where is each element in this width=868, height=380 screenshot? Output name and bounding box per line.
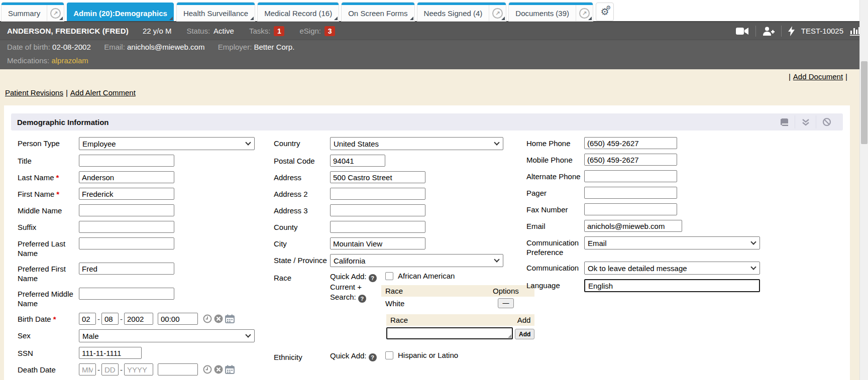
state-province-select[interactable]: California bbox=[330, 254, 503, 267]
title-input[interactable] bbox=[79, 155, 174, 167]
death-month-input[interactable] bbox=[79, 363, 96, 375]
medications-label: Medications: bbox=[7, 56, 49, 65]
address-3-input[interactable] bbox=[330, 204, 425, 216]
communication-label: Communication bbox=[526, 262, 584, 275]
scrollbar-thumb[interactable] bbox=[861, 61, 867, 144]
communication-select[interactable]: Ok to leave detailed message bbox=[584, 262, 760, 275]
person-type-label: Person Type bbox=[18, 137, 79, 150]
county-input[interactable] bbox=[330, 221, 425, 233]
field-address-2: Address 2 bbox=[274, 188, 526, 200]
county-label: County bbox=[274, 221, 330, 233]
death-time-input[interactable] bbox=[158, 363, 198, 375]
sex-select[interactable]: Male bbox=[79, 329, 255, 342]
add-person-icon[interactable] bbox=[763, 26, 775, 36]
birth-time-input[interactable] bbox=[158, 313, 198, 325]
mobile-phone-input[interactable] bbox=[584, 154, 677, 166]
country-select[interactable]: United States bbox=[330, 137, 503, 150]
alternate-phone-input[interactable] bbox=[584, 170, 677, 182]
tab-needs-signed-external-button[interactable]: ↗ bbox=[489, 5, 506, 21]
communication-preference-select[interactable]: Email bbox=[584, 236, 760, 249]
remove-race-button[interactable]: — bbox=[498, 298, 514, 308]
journal-book-icon[interactable] bbox=[774, 115, 795, 129]
email-value: anichols@mieweb.com bbox=[127, 43, 204, 51]
preferred-middle-name-input[interactable] bbox=[79, 288, 174, 300]
communication-preference-value: Email bbox=[588, 239, 607, 247]
employer-value: Better Corp. bbox=[254, 43, 295, 51]
patient-revisions-link[interactable]: Patient Revisions bbox=[5, 88, 63, 97]
address-2-input[interactable] bbox=[330, 188, 425, 200]
person-type-select[interactable]: Employee bbox=[79, 137, 255, 150]
clear-date-x-icon[interactable] bbox=[214, 314, 223, 323]
race-search-input[interactable] bbox=[386, 327, 513, 339]
postal-code-input[interactable] bbox=[330, 155, 385, 167]
ssn-input[interactable] bbox=[79, 347, 142, 359]
patient-header-row-3: Medications: alprazolam bbox=[0, 54, 868, 69]
help-icon[interactable]: ? bbox=[369, 353, 377, 361]
tab-medical-record[interactable]: Medical Record (16) bbox=[258, 3, 339, 21]
field-sex: Sex Male bbox=[18, 329, 274, 342]
calendar-icon[interactable] bbox=[225, 314, 235, 323]
pipe: | bbox=[789, 72, 791, 81]
field-postal-code: Postal Code bbox=[274, 155, 526, 167]
field-mobile-phone: Mobile Phone bbox=[526, 154, 843, 166]
country-value: United States bbox=[334, 140, 379, 148]
pager-input[interactable] bbox=[584, 187, 677, 199]
african-american-label: African American bbox=[398, 272, 455, 280]
add-alert-comment-link[interactable]: Add Alert Comment bbox=[70, 88, 136, 97]
race-quick-add: Quick Add: ? Current + Search: ? bbox=[330, 272, 380, 344]
preferred-first-name-input[interactable] bbox=[79, 263, 174, 275]
home-phone-input[interactable] bbox=[584, 137, 677, 149]
death-day-input[interactable] bbox=[101, 363, 119, 375]
hispanic-latino-checkbox[interactable] bbox=[385, 351, 393, 359]
lightning-bolt-icon[interactable] bbox=[788, 26, 795, 36]
tab-summary-label: Summary bbox=[2, 5, 47, 21]
external-link-icon: ↗ bbox=[50, 8, 61, 19]
preferred-last-name-input[interactable] bbox=[79, 237, 174, 249]
email-input[interactable] bbox=[584, 220, 682, 232]
death-year-input[interactable] bbox=[124, 363, 153, 375]
field-country: Country United States bbox=[274, 137, 526, 150]
race-row-value: White bbox=[381, 297, 477, 310]
collapse-double-chevron-icon[interactable] bbox=[795, 115, 816, 129]
email-label: Email: bbox=[104, 43, 125, 51]
middle-name-input[interactable] bbox=[79, 204, 174, 216]
city-input[interactable] bbox=[330, 237, 425, 249]
esign-count-badge[interactable]: 3 bbox=[324, 26, 335, 36]
language-select[interactable]: English bbox=[584, 279, 760, 292]
video-camera-icon[interactable] bbox=[736, 27, 749, 36]
calendar-icon[interactable] bbox=[225, 365, 235, 374]
suffix-input[interactable] bbox=[79, 221, 174, 233]
tab-health-surveillance-label: Health Surveillance bbox=[177, 5, 255, 21]
add-document-link[interactable]: Add Document bbox=[793, 72, 843, 81]
birth-day-input[interactable] bbox=[101, 313, 119, 325]
date-separator: - bbox=[120, 315, 123, 323]
tab-admin-demographics[interactable]: Admin (20):Demographics bbox=[67, 3, 174, 21]
vertical-scrollbar[interactable] bbox=[859, 0, 868, 380]
last-name-input[interactable] bbox=[79, 171, 174, 183]
help-icon[interactable]: ? bbox=[369, 274, 377, 282]
esign-label: eSign: bbox=[299, 27, 321, 35]
fax-number-input[interactable] bbox=[584, 203, 677, 215]
tab-documents-external-button[interactable]: ↗ bbox=[576, 5, 593, 21]
birth-month-input[interactable] bbox=[79, 313, 96, 325]
tab-documents[interactable]: Documents (39) ↗ bbox=[509, 3, 593, 21]
tab-health-surveillance[interactable]: Health Surveillance bbox=[177, 3, 255, 21]
title-label: Title bbox=[18, 155, 79, 167]
clock-icon[interactable] bbox=[203, 314, 212, 323]
medications-value[interactable]: alprazolam bbox=[51, 56, 88, 65]
help-icon[interactable]: ? bbox=[358, 295, 366, 303]
clock-icon[interactable] bbox=[203, 365, 212, 374]
address-input[interactable] bbox=[330, 171, 425, 183]
field-preferred-last-name: Preferred Last Name bbox=[18, 237, 274, 258]
tab-summary-external-button[interactable]: ↗ bbox=[47, 5, 64, 21]
tasks-count-badge[interactable]: 1 bbox=[274, 26, 284, 36]
tab-needs-signed[interactable]: Needs Signed (4) ↗ bbox=[417, 3, 506, 21]
tab-on-screen-forms[interactable]: On Screen Forms bbox=[342, 3, 414, 21]
tab-summary[interactable]: Summary ↗ bbox=[2, 3, 64, 21]
settings-gears-button[interactable]: ⚙ ⚙ bbox=[596, 3, 614, 21]
clear-date-x-icon[interactable] bbox=[214, 365, 223, 374]
african-american-checkbox[interactable] bbox=[385, 272, 393, 280]
birth-year-input[interactable] bbox=[124, 313, 153, 325]
disable-circle-slash-icon[interactable] bbox=[816, 115, 837, 129]
first-name-input[interactable] bbox=[79, 188, 174, 200]
